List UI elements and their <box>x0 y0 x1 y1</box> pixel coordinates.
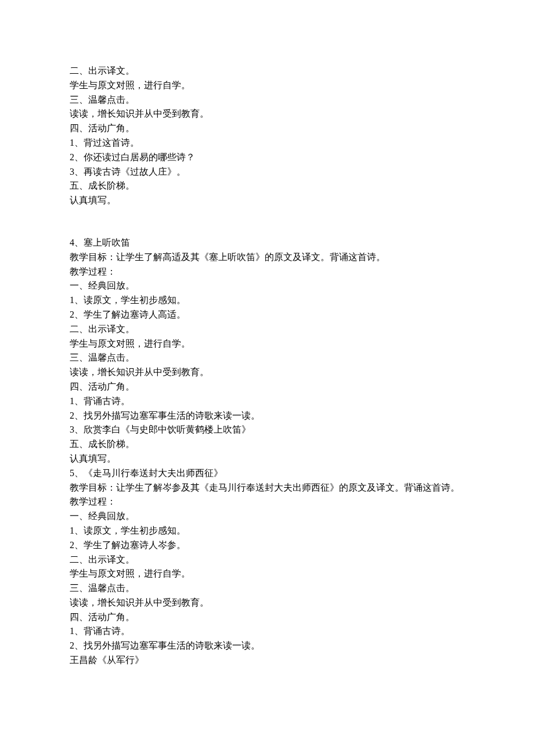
text-line: 四、活动广角。 <box>70 121 464 136</box>
text-line: 学生与原文对照，进行自学。 <box>70 337 464 351</box>
lesson-objective: 教学目标：让学生了解岑参及其《走马川行奉送封大夫出师西征》的原文及译文。背诵这首… <box>70 481 464 495</box>
process-label: 教学过程： <box>70 265 464 279</box>
text-line: 2、找另外描写边塞军事生活的诗歌来读一读。 <box>70 639 464 653</box>
text-line: 认真填写。 <box>70 193 464 208</box>
text-line: 五、成长阶梯。 <box>70 437 464 452</box>
text-line: 二、出示译文。 <box>70 553 464 567</box>
text-line: 五、成长阶梯。 <box>70 179 464 193</box>
text-line: 三、温馨点击。 <box>70 93 464 107</box>
text-line: 3、再读古诗《过故人庄》。 <box>70 165 464 179</box>
lesson-4-block: 4、塞上听吹笛 教学目标：让学生了解高适及其《塞上听吹笛》的原文及译文。背诵这首… <box>70 236 464 466</box>
text-line: 1、背过这首诗。 <box>70 136 464 150</box>
lesson-objective: 教学目标：让学生了解高适及其《塞上听吹笛》的原文及译文。背诵这首诗。 <box>70 250 464 265</box>
text-line: 认真填写。 <box>70 452 464 466</box>
text-line: 三、温馨点击。 <box>70 351 464 365</box>
text-line: 1、读原文，学生初步感知。 <box>70 293 464 308</box>
top-block: 二、出示译文。 学生与原文对照，进行自学。 三、温馨点击。 读读，增长知识并从中… <box>70 64 464 208</box>
text-line: 一、经典回放。 <box>70 279 464 293</box>
text-line: 学生与原文对照，进行自学。 <box>70 567 464 581</box>
lesson-title: 4、塞上听吹笛 <box>70 236 464 250</box>
text-line: 二、出示译文。 <box>70 322 464 337</box>
text-line: 二、出示译文。 <box>70 64 464 78</box>
text-line: 2、学生了解边塞诗人岑参。 <box>70 538 464 553</box>
section-gap <box>70 208 464 236</box>
text-line: 学生与原文对照，进行自学。 <box>70 78 464 93</box>
text-line: 读读，增长知识并从中受到教育。 <box>70 365 464 380</box>
text-line: 四、活动广角。 <box>70 380 464 394</box>
text-line: 2、你还读过白居易的哪些诗？ <box>70 150 464 165</box>
process-label: 教学过程： <box>70 495 464 509</box>
text-line: 三、温馨点击。 <box>70 581 464 596</box>
text-line: 读读，增长知识并从中受到教育。 <box>70 596 464 610</box>
text-line: 一、经典回放。 <box>70 509 464 524</box>
text-line: 3、欣赏李白《与史郎中饮听黄鹤楼上吹笛》 <box>70 423 464 437</box>
lesson-5-block: 5、《走马川行奉送封大夫出师西征》 教学目标：让学生了解岑参及其《走马川行奉送封… <box>70 466 464 668</box>
text-line: 2、找另外描写边塞军事生活的诗歌来读一读。 <box>70 409 464 423</box>
text-line: 2、学生了解边塞诗人高适。 <box>70 308 464 322</box>
text-line: 1、背诵古诗。 <box>70 394 464 409</box>
text-line: 1、背诵古诗。 <box>70 624 464 639</box>
text-line: 读读，增长知识并从中受到教育。 <box>70 107 464 121</box>
text-line: 1、读原文，学生初步感知。 <box>70 524 464 538</box>
text-line: 王昌龄《从军行》 <box>70 653 464 668</box>
text-line: 四、活动广角。 <box>70 610 464 625</box>
lesson-title: 5、《走马川行奉送封大夫出师西征》 <box>70 466 464 481</box>
